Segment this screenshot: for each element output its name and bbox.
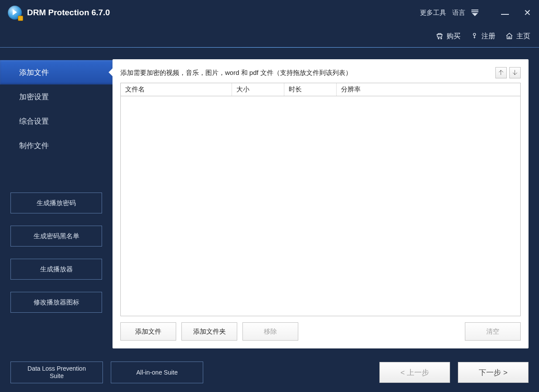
svg-point-0 [438,38,439,39]
panel-actions: 添加文件 添加文件夹 移除 清空 [120,322,521,341]
bottombar: Data Loss Prevention Suite All-in-one Su… [10,362,529,383]
language-link[interactable]: 语言 [452,9,465,17]
arrow-up-icon: 🡡 [498,69,504,76]
dropdown-icon[interactable] [471,10,478,16]
col-duration[interactable]: 时长 [284,83,337,96]
clear-button[interactable]: 清空 [465,322,521,341]
add-file-button[interactable]: 添加文件 [120,322,176,341]
gen-player-button[interactable]: 生成播放器 [10,259,102,280]
nav-general-settings[interactable]: 综合设置 [0,109,113,133]
titlebar: DRM Protection 6.7.0 更多工具 语言 ✕ [0,0,539,25]
close-button[interactable]: ✕ [524,8,531,17]
register-label: 注册 [481,32,495,41]
titlebar-right: 更多工具 语言 ✕ [420,8,531,17]
app-title: DRM Protection 6.7.0 [27,8,110,17]
arrow-down-icon: 🡣 [512,69,518,76]
main-panel: 添加需要加密的视频，音乐，图片，word 和 pdf 文件（支持拖放文件到该列表… [113,59,529,348]
toolbar: 购买 注册 主页 [0,25,539,47]
remove-button[interactable]: 移除 [242,322,298,341]
nav-label: 加密设置 [19,92,49,102]
modify-player-icon-button[interactable]: 修改播放器图标 [10,292,102,313]
titlebar-left: DRM Protection 6.7.0 [8,6,110,20]
cart-icon [435,32,444,41]
sidebar-buttons: 生成播放密码 生成密码黑名单 生成播放器 修改播放器图标 [10,193,102,325]
file-table[interactable]: 文件名 大小 时长 分辨率 [120,83,521,316]
svg-point-2 [473,33,475,35]
dlp-suite-button[interactable]: Data Loss Prevention Suite [10,362,103,383]
home-label: 主页 [516,32,530,41]
file-table-header: 文件名 大小 时长 分辨率 [121,83,520,96]
register-button[interactable]: 注册 [470,32,495,41]
nav-label: 添加文件 [19,68,49,78]
col-size[interactable]: 大小 [232,83,284,96]
home-icon [505,32,514,41]
aio-suite-button[interactable]: All-in-one Suite [111,362,203,383]
workspace: 添加文件 加密设置 综合设置 制作文件 生成播放密码 生成密码黑名单 生成播放器… [0,49,539,392]
more-tools-link[interactable]: 更多工具 [420,9,446,17]
app-icon [8,6,22,20]
home-button[interactable]: 主页 [505,32,530,41]
nav-label: 制作文件 [19,141,49,151]
sidebar: 添加文件 加密设置 综合设置 制作文件 生成播放密码 生成密码黑名单 生成播放器… [0,49,113,392]
next-step-button[interactable]: 下一步 > [458,362,529,383]
nav-encrypt-settings[interactable]: 加密设置 [0,84,113,109]
key-icon [470,32,479,41]
divider [0,47,539,48]
move-up-button[interactable]: 🡡 [495,67,507,78]
col-resolution[interactable]: 分辨率 [337,83,389,96]
panel-instruction: 添加需要加密的视频，音乐，图片，word 和 pdf 文件（支持拖放文件到该列表… [120,69,352,77]
gen-blacklist-button[interactable]: 生成密码黑名单 [10,226,102,247]
move-down-button[interactable]: 🡣 [509,67,521,78]
reorder-buttons: 🡡 🡣 [495,67,521,78]
minimize-button[interactable] [501,10,509,15]
dlp-suite-label: Data Loss Prevention Suite [20,365,93,380]
svg-point-1 [441,38,442,39]
prev-step-button[interactable]: < 上一步 [379,362,450,383]
nav-label: 综合设置 [19,116,49,126]
nav-make-file[interactable]: 制作文件 [0,133,113,158]
gen-play-password-button[interactable]: 生成播放密码 [10,193,102,213]
panel-header: 添加需要加密的视频，音乐，图片，word 和 pdf 文件（支持拖放文件到该列表… [120,67,521,78]
file-table-body[interactable] [121,96,520,316]
nav-add-file[interactable]: 添加文件 [0,60,113,84]
buy-button[interactable]: 购买 [435,32,461,41]
col-filename[interactable]: 文件名 [121,83,232,96]
add-folder-button[interactable]: 添加文件夹 [181,322,237,341]
lock-icon [18,16,23,21]
buy-label: 购买 [447,32,461,41]
